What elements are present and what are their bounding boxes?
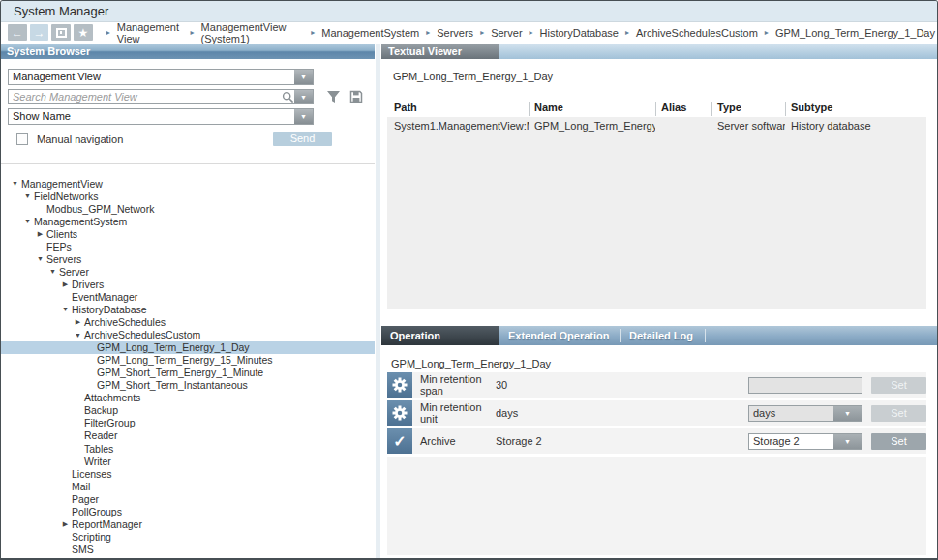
tree-item-managementview[interactable]: ▼ManagementView (1, 177, 375, 190)
favorites-button[interactable]: ★ (74, 24, 93, 41)
tree-item-historydatabase[interactable]: ▼HistoryDatabase (1, 303, 375, 315)
set-button[interactable]: Set (871, 433, 926, 450)
display-mode-value: Show Name (9, 109, 294, 124)
column-header-type[interactable]: Type (711, 102, 785, 116)
column-header-subtype[interactable]: Subtype (785, 102, 925, 116)
breadcrumb-item[interactable]: GPM_Long_Term_Energy_1_Day (773, 27, 937, 39)
value-select[interactable]: Storage 2▼ (748, 433, 862, 450)
tree-item-eventmanager[interactable]: EventManager (1, 290, 375, 303)
view-select[interactable]: Management View ▼ (8, 69, 314, 85)
operation-row-label: Archive (420, 435, 496, 447)
breadcrumb-item[interactable]: ManagementView (System1) (199, 21, 307, 44)
tree-expanded-icon[interactable]: ▼ (22, 192, 33, 199)
tree-expanded-icon[interactable]: ▼ (47, 268, 58, 275)
tree-item-mail[interactable]: Mail (1, 480, 375, 492)
tree-item-scripting[interactable]: Scripting (1, 530, 375, 543)
tree-expanded-icon[interactable]: ▼ (73, 332, 83, 339)
breadcrumb-item[interactable]: ManagementSystem (319, 27, 421, 39)
selected-object-name: GPM_Long_Term_Energy_1_Day (393, 71, 553, 82)
column-header-alias[interactable]: Alias (655, 102, 711, 116)
tab-detailed-log[interactable]: Detailed Log (629, 326, 693, 345)
forward-button[interactable]: → (30, 24, 49, 41)
star-icon: ★ (78, 27, 89, 39)
table-cell (655, 120, 711, 133)
tree-collapsed-icon[interactable]: ▶ (73, 318, 83, 326)
tree-item-label: Attachments (84, 392, 140, 403)
operation-empty-area (387, 457, 926, 555)
view-select-dropdown-button[interactable]: ▼ (294, 70, 313, 84)
tree-item-gpm_short_term_instantaneous[interactable]: GPM_Short_Term_Instantaneous (1, 379, 375, 392)
tree-item-server[interactable]: ▼Server (1, 265, 375, 278)
tree-item-systemsettings[interactable]: ▶SystemSettings (1, 555, 375, 558)
tree-item-attachments[interactable]: Attachments (1, 392, 375, 404)
value-input-field[interactable] (749, 378, 891, 393)
value-select[interactable]: days▼ (748, 405, 862, 422)
back-button[interactable]: ← (8, 24, 27, 41)
tree-collapsed-icon[interactable]: ▶ (60, 280, 71, 288)
tree-collapsed-icon[interactable]: ▶ (35, 230, 45, 238)
tab-extended-operation[interactable]: Extended Operation (508, 326, 610, 345)
tree-item-backup[interactable]: Backup (1, 404, 375, 417)
manual-navigation-label: Manual navigation (37, 133, 123, 145)
tab-operation[interactable]: Operation (381, 326, 499, 345)
tree-expanded-icon[interactable]: ▼ (60, 306, 71, 312)
chevron-down-icon[interactable]: ▼ (833, 434, 862, 449)
breadcrumb-item[interactable]: Management View (115, 21, 186, 44)
tree-expanded-icon[interactable]: ▼ (10, 180, 20, 187)
tree-item-managementsystem[interactable]: ▼ManagementSystem (1, 215, 375, 227)
tree-item-label: GPM_Short_Term_Energy_1_Minute (97, 367, 263, 378)
textual-viewer-tab[interactable]: Textual Viewer (381, 44, 499, 59)
tree-item-writer[interactable]: Writer (1, 455, 375, 467)
tree-item-modbus_gpm_network[interactable]: Modbus_GPM_Network (1, 202, 375, 215)
tree-item-archiveschedules[interactable]: ▶ArchiveSchedules (1, 316, 375, 329)
tree-item-pager[interactable]: Pager (1, 492, 375, 505)
tree-item-gpm_long_term_energy_1_day[interactable]: GPM_Long_Term_Energy_1_Day (1, 341, 375, 354)
search-input[interactable] (9, 91, 282, 103)
operation-object-name: GPM_Long_Term_Energy_1_Day (391, 358, 551, 369)
tree-item-reader[interactable]: Reader (1, 429, 375, 442)
breadcrumb-item[interactable]: Servers (435, 27, 475, 39)
filter-icon[interactable] (326, 90, 341, 103)
tree-expanded-icon[interactable]: ▼ (22, 218, 33, 224)
tree-item-archiveschedulescustom[interactable]: ▼ArchiveSchedulesCustom (1, 329, 375, 341)
column-header-path[interactable]: Path (394, 102, 529, 116)
tree-item-licenses[interactable]: Licenses (1, 467, 375, 480)
tree-expanded-icon[interactable]: ▼ (35, 255, 45, 262)
breadcrumb-item[interactable]: ArchiveSchedulesCustom (634, 27, 760, 39)
tree-item-label: Writer (84, 456, 111, 467)
tree-item-gpm_long_term_energy_15_minutes[interactable]: GPM_Long_Term_Energy_15_Minutes (1, 354, 375, 367)
tree-item-filtergroup[interactable]: FilterGroup (1, 417, 375, 429)
tree-collapsed-icon[interactable]: ▶ (60, 520, 71, 528)
set-button: Set (871, 377, 926, 394)
tree-item-clients[interactable]: ▶Clients (1, 227, 375, 240)
tree-item-reportmanager[interactable]: ▶ReportManager (1, 517, 375, 530)
chevron-down-icon[interactable]: ▼ (833, 406, 862, 421)
tree-item-feps[interactable]: FEPs (1, 240, 375, 252)
tree-item-servers[interactable]: ▼Servers (1, 252, 375, 265)
main-area: System Browser Management View ▼ ▼ (1, 44, 937, 558)
tree-item-label: GPM_Long_Term_Energy_15_Minutes (97, 354, 273, 366)
manual-navigation-checkbox[interactable] (16, 133, 28, 145)
table-row[interactable]: System1.ManagementView:Manage...GPM_Long… (387, 117, 926, 133)
tree-item-fieldnetworks[interactable]: ▼FieldNetworks (1, 190, 375, 202)
display-mode-select[interactable]: Show Name ▼ (8, 108, 314, 125)
column-header-name[interactable]: Name (529, 102, 655, 116)
tree-item-tables[interactable]: Tables (1, 442, 375, 455)
tree-item-label: Modbus_GPM_Network (46, 203, 154, 215)
search-dropdown-button[interactable]: ▼ (294, 90, 313, 103)
value-input[interactable] (748, 377, 862, 394)
recent-history-button[interactable] (51, 24, 71, 41)
tree-item-sms[interactable]: SMS (1, 543, 375, 555)
breadcrumb-item[interactable]: Server (489, 27, 524, 39)
search-field[interactable]: ▼ (8, 89, 314, 104)
panel-splitter[interactable] (375, 44, 381, 558)
send-button[interactable]: Send (273, 132, 332, 146)
tree-item-gpm_short_term_energy_1_minute[interactable]: GPM_Short_Term_Energy_1_Minute (1, 367, 375, 379)
breadcrumb-item[interactable]: HistoryDatabase (538, 27, 620, 39)
breadcrumb-separator-icon: ▸ (760, 28, 773, 37)
chevron-down-icon: ▼ (300, 94, 307, 101)
display-mode-dropdown-button[interactable]: ▼ (294, 109, 313, 124)
tree-item-drivers[interactable]: ▶Drivers (1, 278, 375, 290)
save-icon[interactable] (349, 90, 363, 103)
tree-item-pollgroups[interactable]: PollGroups (1, 505, 375, 517)
